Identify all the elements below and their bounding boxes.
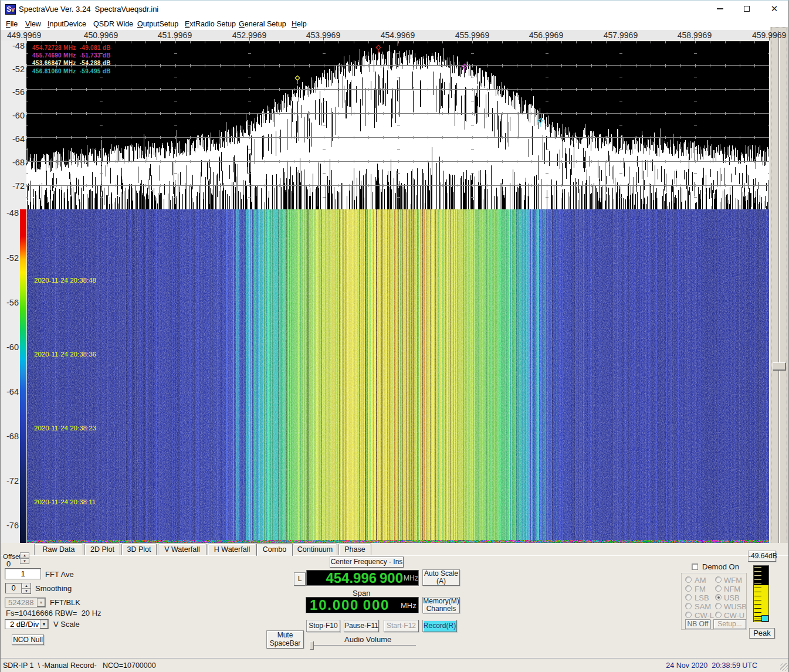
svg-text:2020-11-24 20:38:48: 2020-11-24 20:38:48 <box>34 277 96 284</box>
svg-text:2020-11-24 20:38:23: 2020-11-24 20:38:23 <box>34 425 96 432</box>
svg-text:2020-11-24 20:38:36: 2020-11-24 20:38:36 <box>34 351 96 358</box>
svg-text:2020-11-24 20:38:11: 2020-11-24 20:38:11 <box>34 498 96 505</box>
